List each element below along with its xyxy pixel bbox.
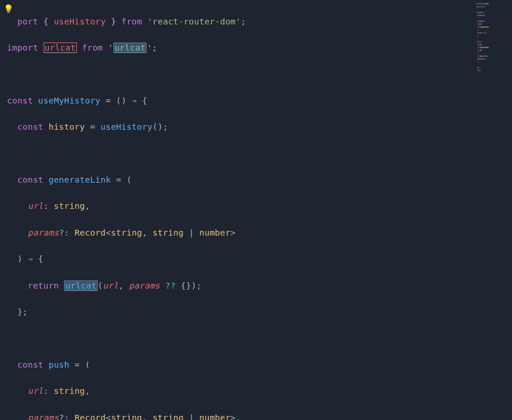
highlighted-string[interactable]: urlcat [113, 42, 147, 53]
code-line: const history = useHistory(); [7, 120, 512, 134]
code-line [7, 147, 512, 161]
highlighted-symbol[interactable]: urlcat [44, 42, 77, 53]
code-line: }; [7, 305, 512, 319]
code-line: const useMyHistory = () ⇒ { [7, 94, 512, 108]
code-line: url: string, [7, 200, 512, 213]
code-line: port { useHistory } from 'react-router-d… [7, 15, 512, 29]
lightbulb-icon[interactable]: 💡 [3, 2, 13, 16]
code-line: import urlcat from 'urlcat'; [7, 41, 512, 55]
code-editor[interactable]: port { useHistory } from 'react-router-d… [0, 0, 512, 420]
code-line: ) ⇒ { [7, 252, 512, 266]
code-line: params?: Record<string, string | number> [7, 226, 512, 240]
code-line [7, 332, 512, 345]
code-line [7, 67, 512, 81]
code-line: const generateLink = ( [7, 173, 512, 187]
code-line: url: string, [7, 385, 512, 398]
code-line: return urlcat(url, params ?? {}); [7, 279, 512, 293]
code-line: const push = ( [7, 358, 512, 372]
code-line: params?: Record<string, string | number>… [7, 411, 512, 420]
highlighted-symbol[interactable]: urlcat [64, 280, 98, 291]
